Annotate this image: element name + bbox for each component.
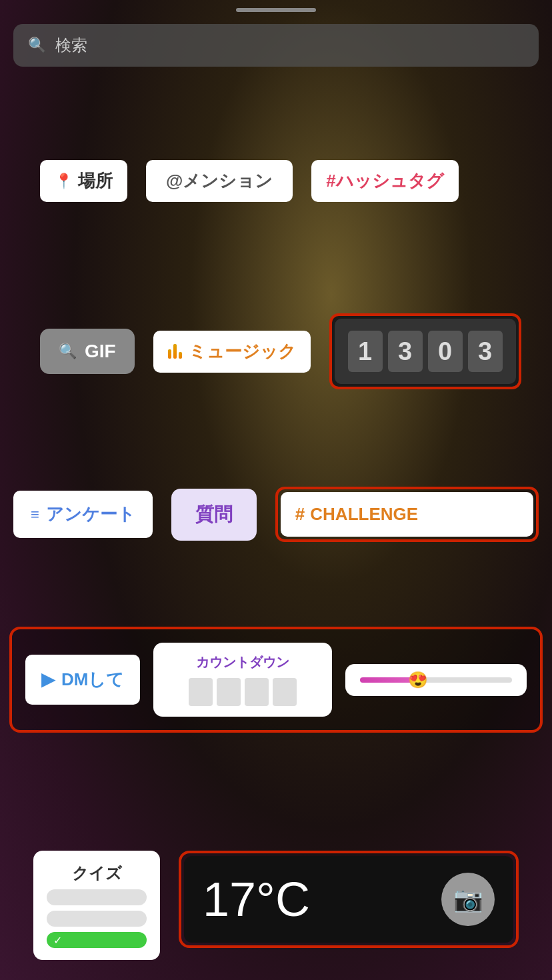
quiz-option-2: [47, 911, 147, 927]
weather-temp: 17°C: [203, 872, 310, 927]
question-sticker[interactable]: 質問: [171, 489, 257, 541]
countdown-sticker[interactable]: カウントダウン: [153, 643, 332, 717]
clock-hour2: 3: [388, 331, 423, 372]
challenge-text: CHALLENGE: [310, 504, 418, 525]
row1: 📍 場所 @メンション #ハッシュタグ: [0, 160, 552, 202]
music-sticker[interactable]: ミュージック: [153, 331, 311, 373]
camera-icon: 📷: [453, 885, 483, 913]
poll-icon: ≡: [31, 506, 39, 523]
location-label: 場所: [78, 169, 113, 193]
quiz-title: クイズ: [47, 863, 147, 884]
question-label: 質問: [195, 502, 233, 527]
sticker-area: 📍 場所 @メンション #ハッシュタグ 🔍 GIF ミュージック 1 3: [0, 0, 552, 980]
slider-sticker[interactable]: 😍: [345, 664, 527, 696]
clock-min1: 0: [428, 331, 463, 372]
hashtag-label: #ハッシュタグ: [326, 169, 443, 193]
clock-min2: 3: [468, 331, 503, 372]
gif-sticker[interactable]: 🔍 GIF: [40, 329, 135, 374]
clock-sticker-wrap[interactable]: 1 3 0 3: [329, 313, 521, 389]
weather-sticker-wrap[interactable]: 17°C 📷: [179, 851, 519, 948]
dm-arrow-icon: ▶: [41, 669, 55, 690]
mention-label: @メンション: [166, 169, 273, 193]
dm-label: DMして: [61, 668, 124, 691]
clock-hour1: 1: [348, 331, 383, 372]
challenge-hash: #: [295, 504, 305, 525]
row4-wrap: ▶ DMして カウントダウン 😍: [9, 627, 543, 733]
poll-label: アンケート: [46, 503, 135, 526]
countdown-label: カウントダウン: [196, 653, 289, 671]
challenge-sticker: # CHALLENGE: [281, 492, 533, 537]
location-sticker[interactable]: 📍 場所: [40, 160, 127, 202]
weather-sticker: 17°C 📷: [184, 856, 513, 943]
gif-search-icon: 🔍: [59, 343, 77, 360]
quiz-option-correct: ✓: [47, 932, 147, 948]
dm-sticker[interactable]: ▶ DMして: [25, 655, 140, 705]
row5: クイズ ✓ 17°C 📷: [0, 851, 552, 960]
clock-sticker: 1 3 0 3: [335, 319, 516, 384]
poll-sticker[interactable]: ≡ アンケート: [13, 491, 153, 538]
mention-sticker[interactable]: @メンション: [146, 160, 293, 202]
row3: ≡ アンケート 質問 # CHALLENGE: [0, 487, 552, 542]
quiz-sticker[interactable]: クイズ ✓: [33, 851, 160, 960]
location-icon: 📍: [55, 173, 73, 190]
row2: 🔍 GIF ミュージック 1 3 0 3: [0, 313, 552, 389]
quiz-check-icon: ✓: [53, 934, 62, 947]
countdown-bars: [189, 678, 297, 706]
gif-label: GIF: [85, 341, 116, 362]
music-bars-icon: [168, 344, 182, 359]
quiz-option-1: [47, 889, 147, 905]
hashtag-sticker[interactable]: #ハッシュタグ: [311, 160, 458, 202]
music-label: ミュージック: [189, 340, 296, 363]
slider-track: 😍: [360, 677, 512, 683]
slider-emoji: 😍: [408, 671, 428, 689]
camera-button[interactable]: 📷: [441, 873, 495, 926]
challenge-sticker-wrap[interactable]: # CHALLENGE: [275, 487, 539, 542]
